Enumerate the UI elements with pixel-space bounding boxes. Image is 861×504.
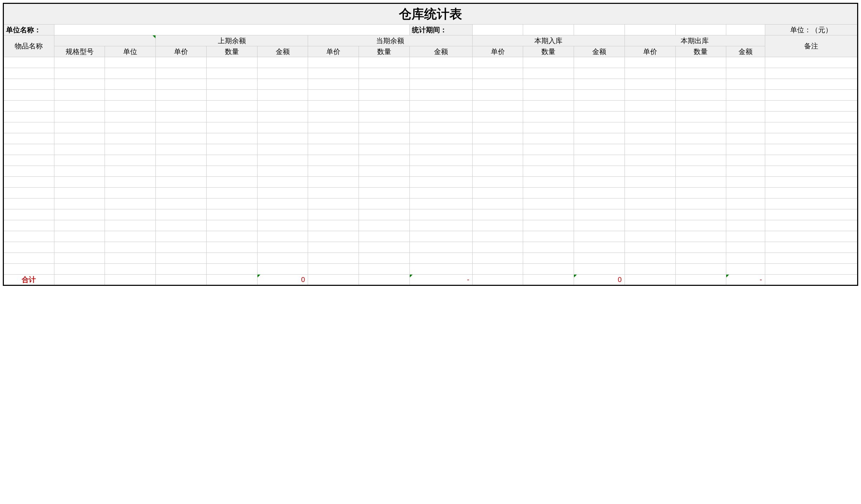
data-cell[interactable]: [409, 188, 472, 199]
data-cell[interactable]: [156, 144, 207, 155]
data-cell[interactable]: [409, 101, 472, 112]
data-cell[interactable]: [308, 242, 359, 253]
data-cell[interactable]: [765, 231, 858, 242]
data-cell[interactable]: [206, 112, 257, 122]
data-cell[interactable]: [409, 79, 472, 90]
data-cell[interactable]: [523, 90, 574, 101]
data-cell[interactable]: [625, 112, 675, 122]
data-cell[interactable]: [472, 112, 523, 122]
data-cell[interactable]: [4, 231, 54, 242]
data-cell[interactable]: [472, 90, 523, 101]
data-cell[interactable]: [257, 90, 308, 101]
data-cell[interactable]: [308, 122, 359, 133]
data-cell[interactable]: [206, 209, 257, 220]
data-cell[interactable]: [105, 122, 156, 133]
data-cell[interactable]: [625, 177, 675, 188]
data-cell[interactable]: [675, 90, 726, 101]
data-cell[interactable]: [726, 177, 765, 188]
data-cell[interactable]: [472, 57, 523, 68]
data-cell[interactable]: [54, 166, 105, 177]
data-cell[interactable]: [409, 253, 472, 264]
data-cell[interactable]: [308, 133, 359, 144]
data-cell[interactable]: [156, 264, 207, 275]
data-cell[interactable]: [359, 57, 410, 68]
data-cell[interactable]: [574, 155, 625, 166]
org-name-value[interactable]: [54, 25, 409, 35]
data-cell[interactable]: [523, 199, 574, 209]
data-cell[interactable]: [206, 166, 257, 177]
data-cell[interactable]: [726, 112, 765, 122]
data-cell[interactable]: [765, 177, 858, 188]
data-cell[interactable]: [308, 220, 359, 231]
data-cell[interactable]: [105, 188, 156, 199]
data-cell[interactable]: [4, 122, 54, 133]
data-cell[interactable]: [4, 242, 54, 253]
data-cell[interactable]: [726, 242, 765, 253]
data-cell[interactable]: [257, 112, 308, 122]
data-cell[interactable]: [156, 188, 207, 199]
data-cell[interactable]: [257, 177, 308, 188]
data-cell[interactable]: [54, 155, 105, 166]
data-cell[interactable]: [206, 264, 257, 275]
data-cell[interactable]: [206, 144, 257, 155]
data-cell[interactable]: [257, 188, 308, 199]
data-cell[interactable]: [359, 133, 410, 144]
data-cell[interactable]: [409, 57, 472, 68]
data-cell[interactable]: [765, 188, 858, 199]
period-cell-1[interactable]: [472, 25, 523, 35]
data-cell[interactable]: [409, 90, 472, 101]
data-cell[interactable]: [726, 199, 765, 209]
data-cell[interactable]: [308, 188, 359, 199]
data-cell[interactable]: [4, 90, 54, 101]
data-cell[interactable]: [523, 112, 574, 122]
data-cell[interactable]: [206, 177, 257, 188]
data-cell[interactable]: [409, 199, 472, 209]
data-cell[interactable]: [625, 188, 675, 199]
data-cell[interactable]: [574, 144, 625, 155]
data-cell[interactable]: [156, 177, 207, 188]
data-cell[interactable]: [472, 253, 523, 264]
data-cell[interactable]: [206, 79, 257, 90]
data-cell[interactable]: [54, 101, 105, 112]
data-cell[interactable]: [765, 112, 858, 122]
data-cell[interactable]: [257, 220, 308, 231]
data-cell[interactable]: [4, 57, 54, 68]
data-cell[interactable]: [409, 122, 472, 133]
data-cell[interactable]: [156, 112, 207, 122]
data-cell[interactable]: [523, 231, 574, 242]
data-cell[interactable]: [359, 68, 410, 79]
data-cell[interactable]: [726, 133, 765, 144]
data-cell[interactable]: [625, 166, 675, 177]
data-cell[interactable]: [523, 68, 574, 79]
data-cell[interactable]: [675, 177, 726, 188]
data-cell[interactable]: [54, 242, 105, 253]
data-cell[interactable]: [675, 253, 726, 264]
data-cell[interactable]: [523, 122, 574, 133]
data-cell[interactable]: [54, 57, 105, 68]
data-cell[interactable]: [675, 242, 726, 253]
data-cell[interactable]: [472, 199, 523, 209]
data-cell[interactable]: [409, 144, 472, 155]
data-cell[interactable]: [472, 209, 523, 220]
data-cell[interactable]: [523, 220, 574, 231]
data-cell[interactable]: [574, 220, 625, 231]
data-cell[interactable]: [156, 242, 207, 253]
data-cell[interactable]: [308, 144, 359, 155]
data-cell[interactable]: [472, 144, 523, 155]
data-cell[interactable]: [574, 133, 625, 144]
data-cell[interactable]: [472, 166, 523, 177]
data-cell[interactable]: [523, 242, 574, 253]
data-cell[interactable]: [206, 122, 257, 133]
data-cell[interactable]: [54, 90, 105, 101]
data-cell[interactable]: [206, 68, 257, 79]
data-cell[interactable]: [472, 220, 523, 231]
period-cell-5[interactable]: [675, 25, 726, 35]
data-cell[interactable]: [675, 209, 726, 220]
data-cell[interactable]: [54, 231, 105, 242]
data-cell[interactable]: [726, 79, 765, 90]
data-cell[interactable]: [257, 57, 308, 68]
data-cell[interactable]: [105, 264, 156, 275]
data-cell[interactable]: [409, 242, 472, 253]
data-cell[interactable]: [726, 188, 765, 199]
data-cell[interactable]: [308, 177, 359, 188]
